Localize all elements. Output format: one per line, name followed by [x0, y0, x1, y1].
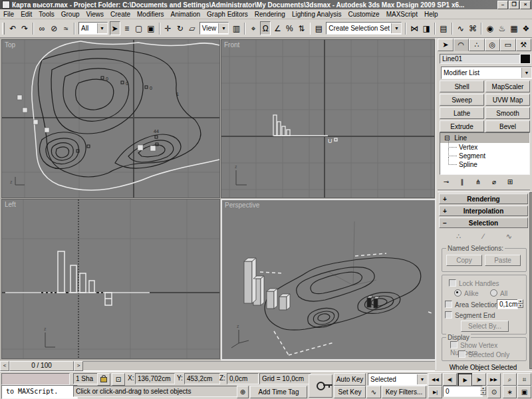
pan-view-icon[interactable]: ∗ [503, 386, 517, 398]
menu-item[interactable]: Create [107, 10, 134, 19]
bevel-button[interactable]: Bevel [485, 120, 530, 132]
go-to-end-icon[interactable]: ▶▶ [487, 373, 501, 386]
rollout-scrollbar[interactable] [529, 192, 532, 369]
angle-snap-icon[interactable]: ∠ [272, 21, 283, 35]
min-max-toggle-icon[interactable]: ▣ [517, 386, 531, 398]
zoom-all-icon[interactable]: ⌗ [517, 373, 531, 386]
sweep-button[interactable]: Sweep [440, 94, 484, 106]
viewport-top-label[interactable]: Top [5, 41, 15, 49]
schematic-view-icon[interactable]: ⌘ [467, 21, 478, 35]
restore-button[interactable]: ❐ [509, 1, 519, 9]
previous-frame-icon[interactable]: ◀| [443, 373, 457, 386]
zoom-icon[interactable]: ⌕ [503, 373, 517, 386]
viewport-top[interactable]: Top [1, 39, 220, 198]
viewport-left-label[interactable]: Left [5, 201, 16, 208]
smooth-button[interactable]: Smooth [485, 107, 530, 119]
rollout-rendering[interactable]: +Rendering [439, 194, 528, 204]
spline-subobject-icon[interactable]: ∿ [506, 232, 512, 241]
set-keys-button[interactable] [309, 374, 332, 398]
show-vertex-numbers-checkbox[interactable] [450, 341, 458, 348]
menu-item[interactable]: Group [58, 10, 83, 19]
menu-item[interactable]: MAXScript [383, 10, 421, 19]
tab-display[interactable]: ▭ [500, 39, 516, 51]
redo-icon[interactable]: ↷ [19, 21, 30, 35]
menu-item[interactable]: Views [83, 10, 108, 19]
align-icon[interactable]: ◨ [421, 21, 432, 35]
object-name-field[interactable]: Line01 [440, 54, 520, 64]
play-button-icon[interactable]: ▶ [458, 373, 473, 387]
menu-item[interactable]: Rendering [251, 10, 289, 19]
lathe-button[interactable]: Lathe [440, 107, 484, 119]
quick-render-icon[interactable]: ❖ [521, 21, 531, 35]
use-pivot-center-icon[interactable]: ▥ [231, 21, 241, 35]
rollout-interpolation[interactable]: +Interpolation [439, 205, 528, 216]
render-setup-icon[interactable]: ♨ [497, 21, 507, 35]
rollout-selection[interactable]: −Selection [439, 217, 528, 228]
uvwmap-button[interactable]: UVW Map [485, 94, 530, 106]
pin-stack-icon[interactable]: ⊸ [440, 176, 452, 187]
current-frame-field[interactable]: 0 [443, 386, 483, 397]
material-editor-icon[interactable]: ◉ [485, 21, 495, 35]
alike-radio[interactable] [454, 289, 462, 297]
stack-item-spline[interactable]: Spline [440, 160, 529, 169]
go-to-start-icon[interactable]: ◀◀ [428, 373, 442, 386]
tab-modify[interactable]: ◠ [454, 39, 469, 51]
tab-hierarchy[interactable]: ∴ [469, 39, 485, 51]
chevron-down-icon[interactable]: ▼ [97, 23, 107, 33]
window-crossing-icon[interactable]: ▣ [146, 21, 156, 35]
layer-manager-icon[interactable]: ▤ [438, 21, 449, 35]
mapscaler-button[interactable]: MapScaler [485, 80, 530, 92]
menu-item[interactable]: File [0, 10, 17, 19]
curve-editor-icon[interactable]: ∿ [456, 21, 466, 35]
paste-button[interactable]: Paste [485, 255, 521, 266]
next-frame-icon[interactable]: |▶ [472, 373, 486, 386]
y-coordinate-field[interactable]: 453,2cm [184, 373, 220, 384]
snap-toggle-icon[interactable]: Ω [260, 21, 271, 35]
toolbar-grip[interactable] [2, 23, 5, 35]
tab-motion[interactable]: ◎ [485, 39, 501, 51]
named-selection-set-dropdown[interactable]: Create Selection Set ▼ [326, 22, 402, 35]
selected-only-checkbox[interactable] [458, 350, 466, 358]
select-by-button[interactable]: Select By... [461, 321, 509, 332]
track-bar[interactable] [83, 361, 435, 371]
macro-recorder-line[interactable] [1, 373, 70, 385]
shell-button[interactable]: Shell [440, 80, 484, 92]
maxscript-mini-listener[interactable]: to MAXScript. [1, 385, 78, 399]
menu-item[interactable]: Graph Editors [203, 10, 251, 19]
select-and-scale-icon[interactable]: ▱ [187, 21, 198, 35]
title-bar[interactable]: Карта высот.max - Project Folder: C:\Doc… [0, 0, 532, 9]
set-key-button[interactable]: Set Key [334, 386, 366, 398]
close-button[interactable]: × [520, 1, 531, 9]
selection-filter-dropdown[interactable]: All ▼ [78, 22, 107, 35]
z-coordinate-field[interactable]: 0,0cm [227, 373, 259, 384]
auto-key-button[interactable]: Auto Key [334, 373, 366, 386]
menu-item[interactable]: Modifiers [134, 10, 168, 19]
communicator-icon[interactable]: ⊕ [237, 386, 249, 398]
key-mode-toggle-icon[interactable]: ▶| [428, 386, 442, 398]
modifier-list-dropdown[interactable]: Modifier List ▼ [441, 66, 532, 79]
chevron-down-icon[interactable]: ▼ [218, 23, 228, 33]
chevron-down-icon[interactable]: ▼ [391, 23, 401, 33]
area-selection-checkbox[interactable] [445, 301, 452, 308]
selection-set-key-dropdown[interactable]: Selected ▼ [368, 373, 428, 386]
chevron-down-icon[interactable]: ▼ [521, 68, 531, 78]
menu-item[interactable]: Help [421, 10, 442, 19]
menu-item[interactable]: Edit [17, 10, 35, 19]
time-next-arrow[interactable]: > [74, 361, 83, 371]
viewport-perspective-label[interactable]: Perspective [225, 201, 259, 209]
spinner-snap-icon[interactable]: ⇅ [296, 21, 307, 35]
x-coordinate-field[interactable]: 136,702cm [135, 373, 175, 384]
time-prev-arrow[interactable]: < [0, 361, 9, 371]
menu-item[interactable]: Tools [35, 10, 57, 19]
tab-utilities[interactable]: ⚒ [516, 39, 532, 51]
chevron-down-icon[interactable]: ▼ [417, 374, 427, 384]
default-tangent-icon[interactable]: ∿ [366, 386, 381, 398]
reference-coordinate-dropdown[interactable]: View ▼ [200, 22, 229, 35]
time-configuration-icon[interactable]: ⊙ [487, 386, 501, 398]
all-radio[interactable] [490, 289, 497, 297]
minimize-button[interactable]: – [497, 1, 508, 9]
menu-item[interactable]: Lighting Analysis [289, 10, 345, 19]
remove-modifier-icon[interactable]: ⌀ [488, 176, 500, 187]
selection-lock-button[interactable] [97, 373, 110, 386]
area-selection-field[interactable]: 0,1cm [497, 299, 518, 309]
